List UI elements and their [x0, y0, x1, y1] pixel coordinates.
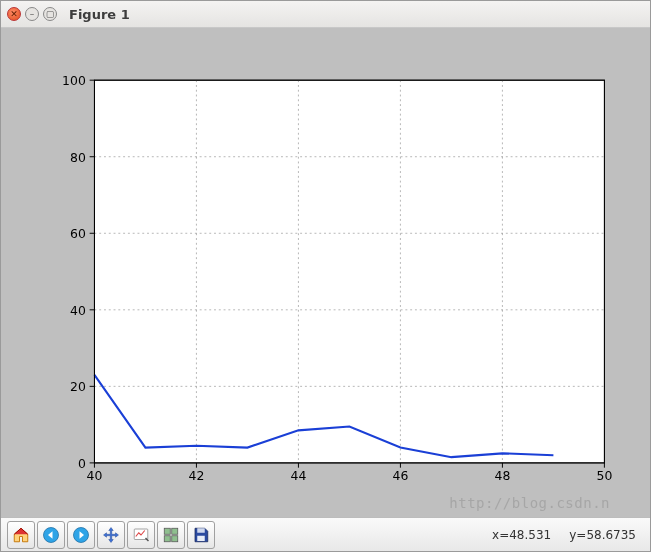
- window-close-button[interactable]: ✕: [7, 7, 21, 21]
- svg-text:44: 44: [291, 468, 307, 483]
- toolbar-subplots-button[interactable]: [157, 521, 185, 549]
- svg-text:20: 20: [70, 379, 86, 394]
- svg-rect-37: [164, 528, 170, 534]
- arrow-left-icon: [42, 526, 60, 544]
- svg-rect-41: [197, 528, 205, 533]
- svg-text:0: 0: [78, 456, 86, 471]
- cursor-y: y=58.6735: [569, 528, 636, 542]
- figure-window: ✕ – ▢ Figure 1 404244464850020406080100 …: [0, 0, 651, 552]
- svg-rect-38: [172, 528, 178, 534]
- toolbar-forward-button[interactable]: [67, 521, 95, 549]
- plot-canvas[interactable]: 404244464850020406080100: [13, 40, 638, 505]
- toolbar-home-button[interactable]: [7, 521, 35, 549]
- save-icon: [192, 526, 210, 544]
- toolbar-save-button[interactable]: [187, 521, 215, 549]
- cursor-x: x=48.531: [492, 528, 551, 542]
- svg-text:60: 60: [70, 226, 86, 241]
- subplots-icon: [162, 526, 180, 544]
- zoom-icon: [132, 526, 150, 544]
- window-title: Figure 1: [69, 7, 130, 22]
- svg-text:50: 50: [596, 468, 612, 483]
- window-minimize-button[interactable]: –: [25, 7, 39, 21]
- window-maximize-button[interactable]: ▢: [43, 7, 57, 21]
- toolbar-pan-button[interactable]: [97, 521, 125, 549]
- toolbar-back-button[interactable]: [37, 521, 65, 549]
- home-icon: [12, 526, 30, 544]
- svg-text:40: 40: [87, 468, 103, 483]
- cursor-coordinates: x=48.531 y=58.6735: [492, 528, 636, 542]
- plot-svg: 404244464850020406080100: [13, 40, 638, 505]
- svg-rect-0: [94, 80, 604, 463]
- pan-icon: [102, 526, 120, 544]
- svg-rect-42: [197, 535, 205, 540]
- svg-text:46: 46: [393, 468, 409, 483]
- svg-text:42: 42: [189, 468, 205, 483]
- svg-text:48: 48: [495, 468, 511, 483]
- svg-text:40: 40: [70, 303, 86, 318]
- svg-text:80: 80: [70, 150, 86, 165]
- svg-rect-39: [164, 535, 170, 541]
- arrow-right-icon: [72, 526, 90, 544]
- titlebar: ✕ – ▢ Figure 1: [1, 1, 650, 28]
- svg-rect-40: [172, 535, 178, 541]
- svg-text:100: 100: [62, 73, 86, 88]
- toolbar-zoom-button[interactable]: [127, 521, 155, 549]
- figure-area: 404244464850020406080100 http://blog.csd…: [1, 28, 650, 517]
- matplotlib-toolbar: x=48.531 y=58.6735: [1, 517, 650, 551]
